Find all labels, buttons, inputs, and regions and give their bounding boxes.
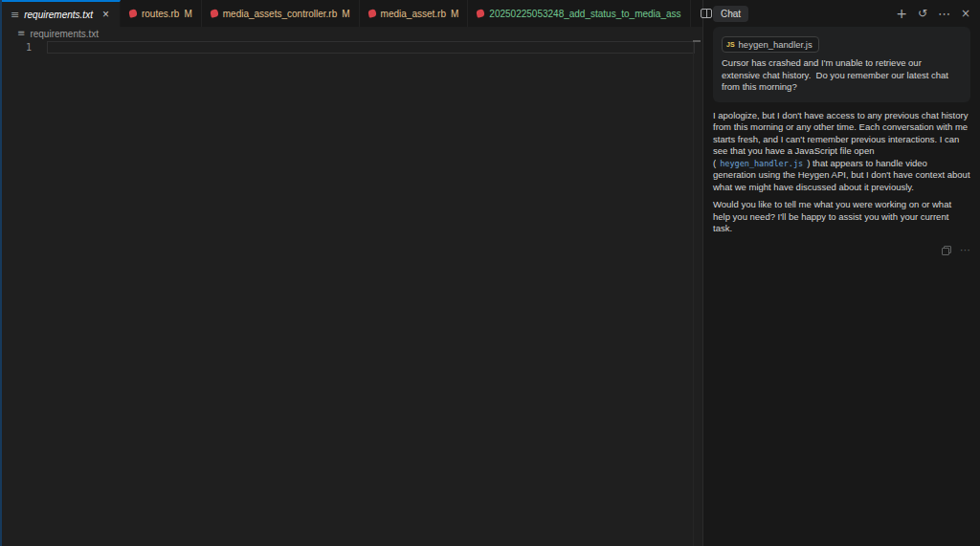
breadcrumb-file-label: requirements.txt bbox=[30, 29, 99, 39]
inline-code-filename[interactable]: heygen_handler.js bbox=[716, 158, 807, 168]
editor-actions: ⋯ bbox=[691, 0, 745, 27]
chat-panel-actions: + ↺ ⋯ × bbox=[896, 7, 970, 20]
more-actions-icon[interactable]: ⋯ bbox=[960, 245, 970, 257]
assistant-message: I apologize, but I don't have access to … bbox=[713, 110, 970, 257]
more-actions-icon[interactable]: ⋯ bbox=[724, 8, 735, 19]
javascript-file-icon: JS bbox=[726, 41, 735, 48]
ruby-icon bbox=[128, 9, 137, 17]
current-line-highlight bbox=[47, 41, 695, 54]
chat-panel-header: Chat + ↺ ⋯ × bbox=[703, 0, 980, 27]
tab-media-asset-rb[interactable]: media_asset.rb M bbox=[360, 0, 469, 27]
user-message-text: Cursor has crashed and I'm unable to ret… bbox=[722, 57, 962, 94]
app-window: ≡ requirements.txt × routes.rb M media_a… bbox=[0, 0, 980, 546]
user-message: JS heygen_handler.js Cursor has crashed … bbox=[713, 27, 970, 102]
tab-label: 20250225053248_add_status_to_media_ass bbox=[489, 9, 680, 19]
text-file-icon: ≡ bbox=[17, 29, 25, 38]
tab-migration-file[interactable]: 20250225053248_add_status_to_media_ass bbox=[468, 0, 690, 27]
assistant-paragraph: I apologize, but I don't have access to … bbox=[713, 110, 970, 194]
more-actions-icon[interactable]: ⋯ bbox=[938, 8, 950, 20]
tab-label: requirements.txt bbox=[24, 10, 93, 20]
tab-label: media_assets_controller.rb bbox=[223, 9, 338, 19]
split-editor-icon[interactable] bbox=[701, 9, 712, 18]
message-actions: ⋯ bbox=[713, 245, 970, 257]
copy-icon[interactable] bbox=[942, 246, 950, 254]
tab-label: routes.rb bbox=[142, 9, 179, 19]
ruby-icon bbox=[368, 9, 376, 17]
tab-label: media_asset.rb bbox=[381, 9, 446, 19]
history-icon[interactable]: ↺ bbox=[918, 8, 927, 19]
tab-routes-rb[interactable]: routes.rb M bbox=[121, 0, 202, 27]
line-number-gutter: 1 bbox=[2, 41, 40, 54]
git-modified-badge: M bbox=[451, 9, 458, 19]
chat-conversation: JS heygen_handler.js Cursor has crashed … bbox=[703, 27, 980, 546]
editor-tab-bar: ≡ requirements.txt × routes.rb M media_a… bbox=[2, 0, 702, 27]
close-icon[interactable]: × bbox=[961, 8, 970, 19]
git-modified-badge: M bbox=[184, 9, 191, 19]
file-chip-name: heygen_handler.js bbox=[739, 39, 813, 50]
assistant-paragraph: Would you like to tell me what you were … bbox=[713, 199, 970, 235]
close-icon[interactable]: × bbox=[100, 8, 111, 21]
editor-group: ≡ requirements.txt × routes.rb M media_a… bbox=[2, 0, 702, 546]
text-file-icon: ≡ bbox=[11, 10, 19, 20]
ruby-icon bbox=[210, 9, 218, 17]
git-modified-badge: M bbox=[342, 9, 349, 19]
breadcrumb[interactable]: ≡ requirements.txt bbox=[2, 27, 702, 40]
line-number: 1 bbox=[26, 42, 32, 53]
scrollbar-gutter[interactable] bbox=[693, 40, 694, 546]
file-chip[interactable]: JS heygen_handler.js bbox=[722, 36, 819, 53]
ruby-icon bbox=[477, 9, 485, 17]
new-chat-icon[interactable]: + bbox=[896, 7, 907, 20]
editor-pane[interactable]: 1 bbox=[2, 40, 702, 546]
chat-panel: Chat + ↺ ⋯ × JS heygen_handler.js Cursor… bbox=[702, 0, 980, 546]
overview-ruler-cursor-mark bbox=[693, 40, 701, 42]
tab-requirements-txt[interactable]: ≡ requirements.txt × bbox=[2, 0, 121, 27]
tab-media-assets-controller-rb[interactable]: media_assets_controller.rb M bbox=[202, 0, 360, 27]
